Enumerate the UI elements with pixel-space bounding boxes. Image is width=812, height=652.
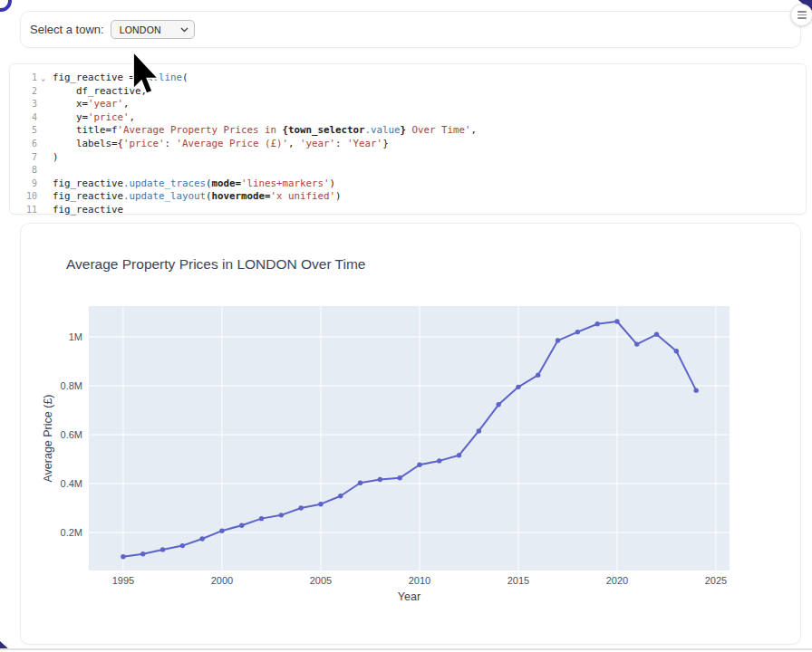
- fold-spacer: [37, 111, 49, 125]
- fold-spacer: [37, 177, 49, 191]
- code-line[interactable]: 7): [10, 151, 806, 165]
- y-axis-title: Average Price (£): [42, 394, 54, 482]
- line-number: 4: [10, 111, 37, 125]
- chart-panel: Average Property Prices in LONDON Over T…: [20, 223, 801, 645]
- town-select-value: LONDON: [120, 24, 180, 35]
- code-editor[interactable]: 1⌄fig_reactive = px.line(2 df_reactive,3…: [9, 63, 807, 215]
- menu-button[interactable]: [790, 4, 812, 26]
- code-line[interactable]: 6 labels={'price': 'Average Price (£)', …: [10, 138, 806, 151]
- x-tick-label: 1995: [112, 575, 134, 586]
- fold-spacer: [37, 98, 49, 111]
- x-tick-label: 2000: [211, 575, 233, 586]
- y-tick-label: 0.4M: [61, 478, 82, 489]
- code-line[interactable]: 1⌄fig_reactive = px.line(: [10, 72, 806, 85]
- code-text: ): [53, 151, 59, 165]
- plot-area[interactable]: 19952000200520102015202020250.2M0.4M0.6M…: [21, 224, 800, 644]
- code-text: labels={'price': 'Average Price (£)', 'y…: [53, 138, 389, 151]
- x-tick-label: 2005: [310, 575, 332, 586]
- town-select-label: Select a town:: [30, 23, 104, 36]
- code-line[interactable]: 4 y='price',: [10, 111, 806, 125]
- code-line[interactable]: 2 df_reactive,: [10, 85, 806, 99]
- y-tick-label: 0.8M: [61, 380, 82, 391]
- code-text: fig_reactive.update_layout(hovermode='x …: [53, 190, 342, 204]
- x-axis-title: Year: [89, 590, 730, 603]
- line-number: 5: [10, 124, 37, 138]
- code-text: fig_reactive.update_traces(mode='lines+m…: [53, 177, 335, 191]
- code-text: df_reactive,: [53, 85, 147, 99]
- fold-spacer: [37, 204, 49, 217]
- chevron-down-icon: [180, 27, 188, 33]
- line-number: 6: [10, 138, 37, 151]
- fold-spacer: [37, 138, 49, 151]
- fold-spacer: [37, 164, 49, 177]
- town-select-dropdown[interactable]: LONDON: [111, 20, 195, 39]
- code-line[interactable]: 5 title=f'Average Property Prices in {to…: [10, 124, 806, 138]
- line-number: 8: [10, 164, 37, 177]
- code-text: fig_reactive = px.line(: [53, 72, 188, 85]
- x-tick-label: 2025: [705, 575, 727, 586]
- line-number: 3: [10, 98, 37, 111]
- controls-panel: Select a town: LONDON: [20, 11, 801, 48]
- fold-spacer: [37, 151, 49, 165]
- fold-spacer: [37, 190, 49, 204]
- code-line[interactable]: 10fig_reactive.update_layout(hovermode='…: [10, 190, 806, 204]
- code-text: fig_reactive: [53, 204, 123, 217]
- y-tick-label: 0.6M: [61, 429, 82, 440]
- code-line[interactable]: 8: [10, 164, 806, 177]
- page-bottom-divider: [0, 648, 812, 650]
- line-number: 2: [10, 85, 37, 99]
- fold-icon[interactable]: ⌄: [37, 72, 49, 85]
- x-tick-label: 2020: [606, 575, 628, 586]
- fold-spacer: [37, 124, 49, 138]
- y-tick-label: 0.2M: [61, 527, 82, 538]
- y-tick-label: 1M: [69, 331, 82, 342]
- x-tick-label: 2015: [508, 575, 529, 586]
- logo-fragment-icon: [0, 0, 12, 12]
- code-line[interactable]: 11fig_reactive: [10, 204, 806, 217]
- line-number: 10: [10, 190, 37, 204]
- line-number: 9: [10, 177, 37, 191]
- code-text: y='price',: [53, 111, 135, 125]
- line-number: 7: [10, 151, 37, 165]
- code-line[interactable]: 9fig_reactive.update_traces(mode='lines+…: [10, 177, 806, 191]
- x-tick-label: 2010: [409, 575, 430, 586]
- hamburger-icon: [798, 11, 807, 19]
- fold-spacer: [37, 85, 49, 99]
- code-text: title=f'Average Property Prices in {town…: [53, 124, 477, 138]
- line-number: 11: [10, 204, 37, 217]
- line-number: 1: [10, 72, 37, 85]
- code-line[interactable]: 3 x='year',: [10, 98, 806, 111]
- code-text: x='year',: [53, 98, 130, 111]
